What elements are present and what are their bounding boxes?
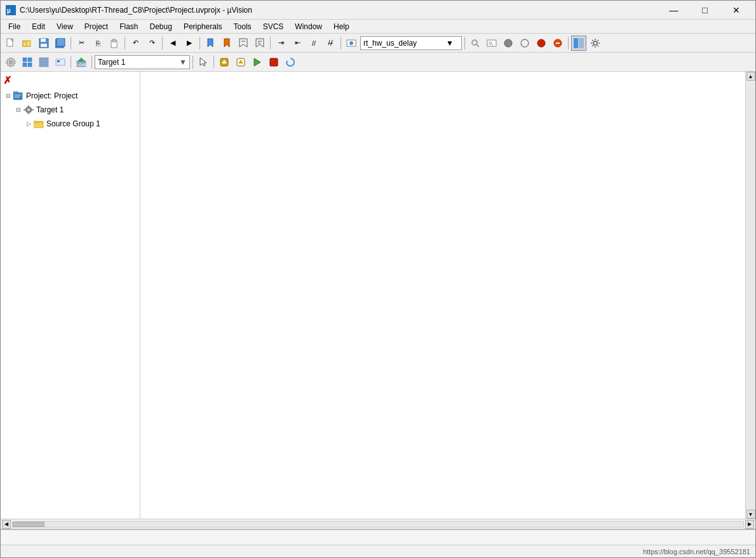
build3-button[interactable] xyxy=(53,55,68,70)
tree-item-source-group[interactable]: ▷ Source Group 1 xyxy=(21,117,140,131)
svg-rect-44 xyxy=(23,58,27,62)
svg-rect-63 xyxy=(13,93,22,100)
debug-start-button[interactable] xyxy=(250,55,265,70)
svg-rect-52 xyxy=(57,60,60,62)
nav-back-button[interactable]: ◀ xyxy=(165,36,180,51)
svg-marker-15 xyxy=(240,39,247,47)
project-toggle[interactable]: ⊟ xyxy=(3,91,13,101)
scroll-track-horizontal[interactable] xyxy=(12,521,744,528)
tree-item-project[interactable]: ⊟ Project: Project xyxy=(1,89,140,103)
find-in-files-button[interactable] xyxy=(468,36,483,51)
bookmark3-button[interactable] xyxy=(236,36,251,51)
scroll-down-button[interactable]: ▼ xyxy=(746,510,755,519)
open-file-button[interactable] xyxy=(20,36,35,51)
redo-button[interactable]: ↷ xyxy=(144,36,159,51)
uncomment-button[interactable]: //̶ xyxy=(323,36,338,51)
scroll-up-button[interactable]: ▲ xyxy=(746,72,755,81)
bookmark2-button[interactable] xyxy=(219,36,234,51)
debug-stop-button[interactable] xyxy=(266,55,281,70)
bookmark4-button[interactable] xyxy=(252,36,267,51)
scroll-left-button[interactable]: ◀ xyxy=(2,520,11,529)
cpu-icon-button[interactable] xyxy=(3,55,18,70)
menu-file[interactable]: File xyxy=(3,21,25,32)
svg-rect-70 xyxy=(28,112,29,114)
bookmark1-button[interactable] xyxy=(203,36,218,51)
menu-window[interactable]: Window xyxy=(290,21,327,32)
nav-forward-button[interactable]: ▶ xyxy=(182,36,197,51)
project-tree: ⊟ Project: Project ⊟ xyxy=(1,86,140,133)
load-button[interactable]: LOAD xyxy=(74,55,89,70)
maximize-button[interactable]: □ xyxy=(691,1,719,20)
debug-reset-button[interactable] xyxy=(283,55,298,70)
svg-marker-13 xyxy=(208,39,213,47)
target-select[interactable]: Target 1 ▼ xyxy=(95,55,190,69)
save-all-button[interactable] xyxy=(53,36,68,51)
comment-button[interactable]: // xyxy=(306,36,321,51)
status-link: https://blog.csdn.net/qq_39552181 xyxy=(643,548,750,555)
new-file-button[interactable] xyxy=(3,36,18,51)
target-toggle[interactable]: ⊟ xyxy=(13,105,24,115)
svg-point-27 xyxy=(504,39,512,47)
scroll-track-vertical[interactable] xyxy=(746,81,755,510)
view-toggle-button[interactable] xyxy=(571,36,586,51)
svg-rect-46 xyxy=(23,63,27,67)
unindent-button[interactable]: ⇤ xyxy=(290,36,305,51)
copy-button[interactable]: ⎘ xyxy=(90,36,105,51)
breakpoint-button[interactable] xyxy=(501,36,516,51)
breakpoint4-button[interactable] xyxy=(550,36,565,51)
settings-button[interactable] xyxy=(588,36,603,51)
error-indicator: ✗ xyxy=(3,75,11,86)
cut-button[interactable]: ✂ xyxy=(74,36,89,51)
right-scrollbar[interactable]: ▲ ▼ xyxy=(745,72,755,519)
close-button[interactable]: ✕ xyxy=(722,1,750,20)
search-input[interactable] xyxy=(363,39,446,48)
menu-help[interactable]: Help xyxy=(328,21,354,32)
tree-item-target[interactable]: ⊟ Target 1 xyxy=(11,103,140,117)
dropdown-arrow-icon[interactable]: ▼ xyxy=(446,39,454,48)
flash-erase-button[interactable] xyxy=(233,55,248,70)
source-group-toggle[interactable]: ▷ xyxy=(24,119,34,129)
build-grid-button[interactable] xyxy=(20,55,35,70)
layers-button[interactable] xyxy=(36,55,51,70)
svg-rect-74 xyxy=(34,121,37,123)
bottom-panel xyxy=(1,529,755,545)
menu-tools[interactable]: Tools xyxy=(229,21,257,32)
source-group-label: Source Group 1 xyxy=(46,119,100,128)
svg-rect-12 xyxy=(112,39,116,42)
svg-rect-10 xyxy=(57,38,65,46)
select-tool-button[interactable] xyxy=(196,55,211,70)
menu-debug[interactable]: Debug xyxy=(145,21,177,32)
scroll-right-button[interactable]: ▶ xyxy=(745,520,754,529)
svg-rect-7 xyxy=(41,39,46,42)
window-title: C:\Users\yu\Desktop\RT-Thread_C8\Project… xyxy=(20,6,252,15)
undo-button[interactable]: ↶ xyxy=(128,36,143,51)
sep10 xyxy=(91,56,92,69)
flash-download-button[interactable] xyxy=(217,55,232,70)
horizontal-scrollbar: ◀ ▶ xyxy=(1,519,755,529)
menu-svcs[interactable]: SVCS xyxy=(258,21,289,32)
sep9 xyxy=(71,56,71,69)
breakpoint3-button[interactable] xyxy=(534,36,549,51)
svg-point-68 xyxy=(27,109,30,111)
paste-button[interactable] xyxy=(107,36,122,51)
minimize-button[interactable]: — xyxy=(659,1,688,20)
menu-flash[interactable]: Flash xyxy=(114,21,143,32)
browse-button[interactable] xyxy=(344,36,359,51)
search2-button[interactable] xyxy=(484,36,499,51)
svg-point-29 xyxy=(537,39,545,47)
menu-project[interactable]: Project xyxy=(79,21,113,32)
menu-peripherals[interactable]: Peripherals xyxy=(179,21,227,32)
indent-button[interactable]: ⇥ xyxy=(273,36,288,51)
project-root-label: Project: Project xyxy=(26,91,78,100)
menu-view[interactable]: View xyxy=(51,21,78,32)
error-area: ✗ xyxy=(1,72,140,86)
menu-edit[interactable]: Edit xyxy=(27,21,50,32)
save-file-button[interactable] xyxy=(36,36,51,51)
scroll-thumb[interactable] xyxy=(13,522,44,527)
svg-text:LOAD: LOAD xyxy=(78,63,86,67)
svg-text:µ: µ xyxy=(7,7,11,14)
svg-marker-14 xyxy=(224,39,229,47)
svg-rect-38 xyxy=(10,65,10,67)
svg-rect-35 xyxy=(9,60,13,64)
breakpoint2-button[interactable] xyxy=(517,36,532,51)
